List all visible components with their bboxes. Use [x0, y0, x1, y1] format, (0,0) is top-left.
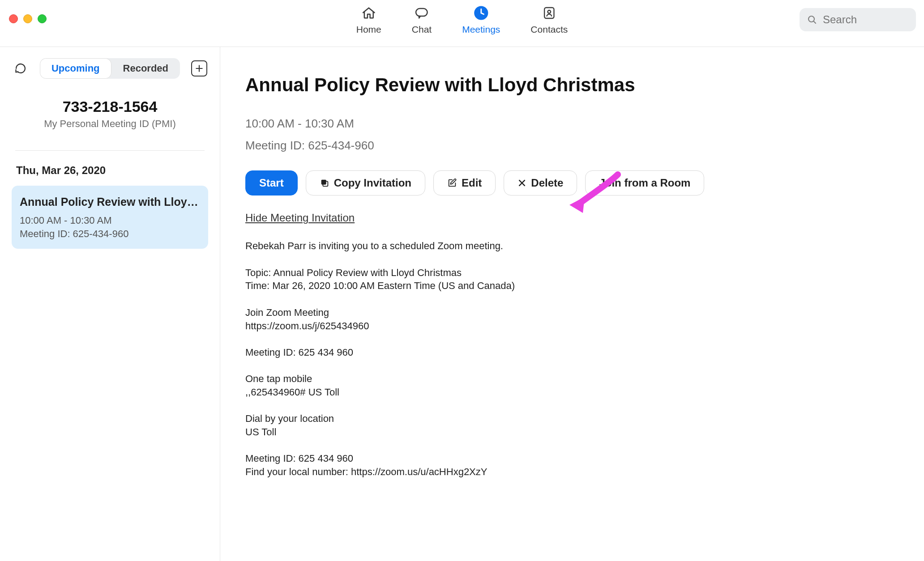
- start-button-label: Start: [259, 177, 284, 189]
- window-controls: [9, 14, 47, 23]
- nav-tab-home-label: Home: [356, 24, 381, 35]
- main-panel: Annual Policy Review with Lloyd Christma…: [220, 47, 924, 561]
- action-row: Start Copy Invitation Edit: [245, 170, 897, 196]
- segment-recorded[interactable]: Recorded: [111, 58, 180, 79]
- sidebar: Upcoming Recorded 733-218-1564 My Person…: [0, 47, 220, 561]
- copy-invitation-button[interactable]: Copy Invitation: [306, 170, 425, 196]
- delete-button[interactable]: Delete: [504, 170, 577, 196]
- search-box[interactable]: [800, 8, 916, 31]
- svg-point-3: [548, 10, 551, 13]
- clock-icon: [474, 4, 489, 21]
- refresh-icon: [14, 62, 27, 75]
- nav-tab-home[interactable]: Home: [356, 4, 381, 35]
- window-close-button[interactable]: [9, 14, 18, 23]
- contacts-icon: [542, 4, 556, 21]
- join-from-room-button[interactable]: Join from a Room: [585, 170, 704, 196]
- meeting-item-id: Meeting ID: 625-434-960: [20, 228, 200, 240]
- svg-rect-0: [416, 8, 428, 16]
- close-icon: [518, 178, 526, 187]
- meetings-filter-segment: Upcoming Recorded: [40, 58, 180, 79]
- pmi-number: 733-218-1564: [9, 98, 211, 115]
- home-icon: [361, 4, 376, 21]
- start-button[interactable]: Start: [245, 170, 298, 196]
- meeting-item-title: Annual Policy Review with Lloyd Chri...: [20, 195, 200, 209]
- nav-tab-chat-label: Chat: [412, 24, 432, 35]
- nav-tab-contacts-label: Contacts: [530, 24, 568, 35]
- nav-tab-chat[interactable]: Chat: [412, 4, 432, 35]
- meeting-list-item[interactable]: Annual Policy Review with Lloyd Chri... …: [12, 186, 208, 249]
- add-meeting-button[interactable]: [191, 60, 207, 76]
- nav-tab-contacts[interactable]: Contacts: [530, 4, 568, 35]
- copy-invitation-label: Copy Invitation: [334, 177, 411, 189]
- segment-upcoming[interactable]: Upcoming: [40, 58, 111, 79]
- nav-tab-meetings-label: Meetings: [462, 24, 500, 35]
- meeting-item-time: 10:00 AM - 10:30 AM: [20, 215, 200, 226]
- meeting-time: 10:00 AM - 10:30 AM: [245, 117, 897, 131]
- pmi-label: My Personal Meeting ID (PMI): [9, 118, 211, 130]
- search-icon: [807, 14, 817, 25]
- invitation-text: Rebekah Parr is inviting you to a schedu…: [245, 239, 897, 478]
- main-nav: Home Chat Meetings Contacts: [356, 4, 568, 35]
- date-header: Thu, Mar 26, 2020: [0, 151, 220, 186]
- refresh-button[interactable]: [13, 60, 29, 76]
- pmi-block[interactable]: 733-218-1564 My Personal Meeting ID (PMI…: [0, 98, 220, 142]
- copy-icon: [320, 178, 329, 188]
- meeting-title: Annual Policy Review with Lloyd Christma…: [245, 74, 897, 96]
- join-from-room-label: Join from a Room: [599, 177, 690, 189]
- plus-icon: [195, 64, 204, 73]
- svg-rect-6: [321, 180, 326, 185]
- nav-tab-meetings[interactable]: Meetings: [462, 4, 500, 35]
- window-minimize-button[interactable]: [23, 14, 32, 23]
- edit-button[interactable]: Edit: [433, 170, 496, 196]
- edit-icon: [447, 178, 457, 188]
- hide-invitation-link[interactable]: Hide Meeting Invitation: [245, 212, 355, 224]
- window-maximize-button[interactable]: [38, 14, 47, 23]
- chat-icon: [414, 4, 429, 21]
- title-bar: Home Chat Meetings Contacts: [0, 0, 924, 47]
- delete-button-label: Delete: [531, 177, 563, 189]
- edit-button-label: Edit: [462, 177, 482, 189]
- meeting-id: Meeting ID: 625-434-960: [245, 139, 897, 153]
- search-input[interactable]: [823, 13, 909, 26]
